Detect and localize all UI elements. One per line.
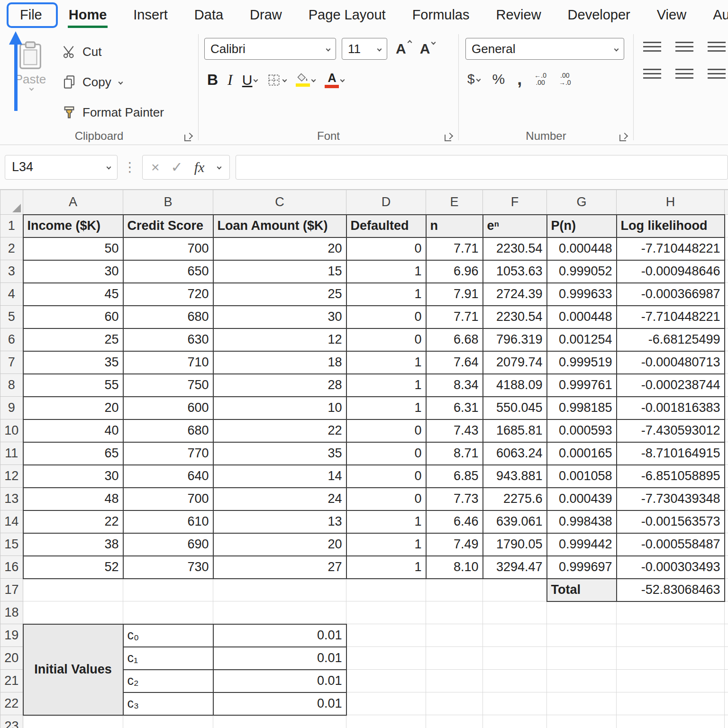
- number-format-select[interactable]: General: [465, 38, 624, 60]
- cell-D16[interactable]: 1: [346, 556, 426, 579]
- cell-F15[interactable]: 1790.05: [483, 533, 547, 556]
- cell-B10[interactable]: 680: [123, 419, 213, 442]
- cell-B15[interactable]: 690: [123, 533, 213, 556]
- cell-H2[interactable]: -7.710448221: [617, 237, 725, 260]
- cell-B9[interactable]: 600: [123, 397, 213, 419]
- column-header-H[interactable]: H: [617, 190, 725, 215]
- cell-G22[interactable]: [547, 692, 617, 715]
- cell-H20[interactable]: [617, 647, 725, 670]
- cell-D12[interactable]: 0: [346, 465, 426, 488]
- tab-insert[interactable]: Insert: [129, 0, 172, 29]
- cell-G21[interactable]: [547, 670, 617, 692]
- cell-D11[interactable]: 0: [346, 442, 426, 465]
- cell-E16[interactable]: 8.10: [426, 556, 483, 579]
- row-header-22[interactable]: 22: [0, 692, 23, 715]
- cell-D9[interactable]: 1: [346, 397, 426, 419]
- cell-H14[interactable]: -0.001563573: [617, 510, 725, 533]
- cell-G15[interactable]: 0.999442: [547, 533, 617, 556]
- cell-G7[interactable]: 0.999519: [547, 351, 617, 374]
- cell-F1[interactable]: eⁿ: [483, 215, 547, 237]
- cell-F12[interactable]: 943.881: [483, 465, 547, 488]
- font-size-select[interactable]: 11: [342, 38, 387, 60]
- cell-E9[interactable]: 6.31: [426, 397, 483, 419]
- row-header-13[interactable]: 13: [0, 488, 23, 510]
- tab-file[interactable]: File: [16, 0, 46, 29]
- cell-G9[interactable]: 0.998185: [547, 397, 617, 419]
- tab-developer[interactable]: Developer: [564, 0, 634, 29]
- cell-G4[interactable]: 0.999633: [547, 283, 617, 306]
- row-header-8[interactable]: 8: [0, 374, 23, 397]
- cell-D15[interactable]: 1: [346, 533, 426, 556]
- cell-D23[interactable]: [346, 715, 426, 728]
- cell-G11[interactable]: 0.000165: [547, 442, 617, 465]
- row-header-1[interactable]: 1: [0, 215, 23, 237]
- row-header-17[interactable]: 17: [0, 579, 23, 601]
- cell-B2[interactable]: 700: [123, 237, 213, 260]
- cell-H1[interactable]: Log likelihood: [617, 215, 725, 237]
- formula-input[interactable]: [236, 155, 728, 180]
- comma-style-button[interactable]: ,: [517, 74, 522, 84]
- cell-E22[interactable]: [426, 692, 483, 715]
- row-header-4[interactable]: 4: [0, 283, 23, 306]
- cell-B22[interactable]: c₃: [123, 692, 213, 715]
- font-dialog-launcher[interactable]: [445, 133, 453, 141]
- align-left-icon[interactable]: [643, 69, 661, 82]
- cell-D19[interactable]: [346, 624, 426, 647]
- cell-B13[interactable]: 700: [123, 488, 213, 510]
- cell-G16[interactable]: 0.999697: [547, 556, 617, 579]
- decrease-decimal-button[interactable]: .00→.0: [559, 72, 571, 86]
- cell-B1[interactable]: Credit Score: [123, 215, 213, 237]
- name-box[interactable]: L34: [5, 155, 118, 180]
- column-header-E[interactable]: E: [426, 190, 483, 215]
- cell-G2[interactable]: 0.000448: [547, 237, 617, 260]
- fill-color-button[interactable]: [296, 73, 315, 87]
- row-header-2[interactable]: 2: [0, 237, 23, 260]
- tab-view[interactable]: View: [653, 0, 690, 29]
- row-header-9[interactable]: 9: [0, 397, 23, 419]
- tab-formulas[interactable]: Formulas: [409, 0, 473, 29]
- cell-F7[interactable]: 2079.74: [483, 351, 547, 374]
- cell-C12[interactable]: 14: [213, 465, 346, 488]
- cell-G12[interactable]: 0.001058: [547, 465, 617, 488]
- clipboard-dialog-launcher[interactable]: [184, 133, 192, 141]
- tab-home[interactable]: Home: [65, 0, 111, 29]
- cell-C10[interactable]: 22: [213, 419, 346, 442]
- cell-B20[interactable]: c₁: [123, 647, 213, 670]
- increase-decimal-button[interactable]: ←.0.00: [534, 72, 546, 86]
- cell-A12[interactable]: 30: [23, 465, 123, 488]
- cell-H13[interactable]: -7.730439348: [617, 488, 725, 510]
- cell-A6[interactable]: 25: [23, 328, 123, 351]
- cell-C8[interactable]: 28: [213, 374, 346, 397]
- cell-B7[interactable]: 710: [123, 351, 213, 374]
- cell-D21[interactable]: [346, 670, 426, 692]
- cell-D20[interactable]: [346, 647, 426, 670]
- align-center-icon[interactable]: [675, 69, 693, 82]
- cell-A23[interactable]: [23, 715, 123, 728]
- cell-G10[interactable]: 0.000593: [547, 419, 617, 442]
- cell-A4[interactable]: 45: [23, 283, 123, 306]
- cell-A2[interactable]: 50: [23, 237, 123, 260]
- cell-B5[interactable]: 680: [123, 306, 213, 328]
- column-header-B[interactable]: B: [123, 190, 213, 215]
- column-header-A[interactable]: A: [23, 190, 123, 215]
- cell-D3[interactable]: 1: [346, 260, 426, 283]
- cut-button[interactable]: Cut: [62, 38, 164, 65]
- row-header-7[interactable]: 7: [0, 351, 23, 374]
- row-header-18[interactable]: 18: [0, 601, 23, 624]
- cell-E18[interactable]: [426, 601, 483, 624]
- formula-bar-expand-chevron[interactable]: [217, 165, 222, 170]
- cell-E23[interactable]: [426, 715, 483, 728]
- cell-E21[interactable]: [426, 670, 483, 692]
- row-header-11[interactable]: 11: [0, 442, 23, 465]
- row-header-20[interactable]: 20: [0, 647, 23, 670]
- tab-draw[interactable]: Draw: [246, 0, 286, 29]
- cell-B12[interactable]: 640: [123, 465, 213, 488]
- font-name-select[interactable]: Calibri: [204, 38, 336, 60]
- cell-A18[interactable]: [23, 601, 123, 624]
- cell-G8[interactable]: 0.999761: [547, 374, 617, 397]
- cell-D4[interactable]: 1: [346, 283, 426, 306]
- cell-H5[interactable]: -7.710448221: [617, 306, 725, 328]
- cell-D2[interactable]: 0: [346, 237, 426, 260]
- cell-C7[interactable]: 18: [213, 351, 346, 374]
- row-header-21[interactable]: 21: [0, 670, 23, 692]
